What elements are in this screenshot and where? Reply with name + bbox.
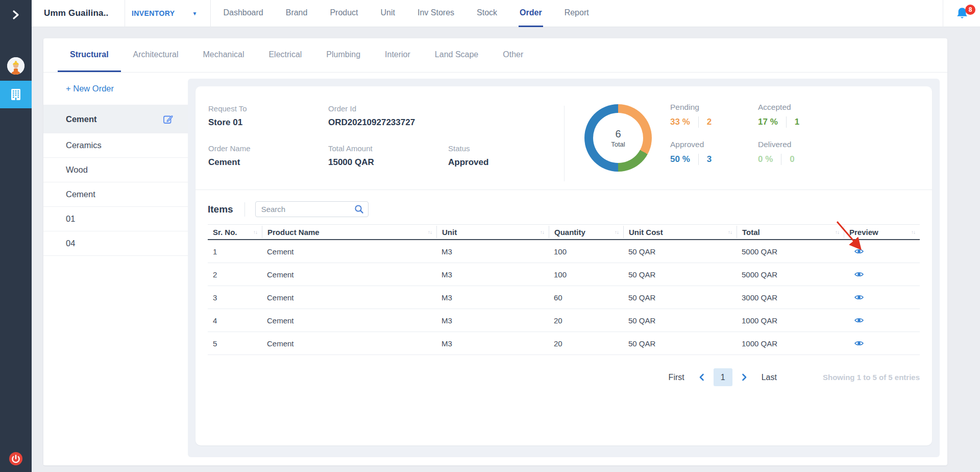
cell-quantity: 20 (549, 339, 623, 348)
stat-label: Delivered (758, 140, 846, 149)
preview-button[interactable] (854, 340, 864, 346)
nav-item-dashboard[interactable]: Dashboard (222, 0, 264, 27)
stat-count: 1 (795, 117, 799, 127)
cell-total: 5000 QAR (737, 270, 844, 279)
cell-preview (844, 247, 920, 256)
preview-button[interactable] (854, 248, 864, 254)
donut-total-label: Total (611, 140, 625, 148)
cell-unit_cost: 50 QAR (623, 270, 737, 279)
cell-quantity: 60 (549, 293, 623, 302)
column-header-preview[interactable]: Preview↑↓ (844, 226, 920, 238)
nav-item-stock[interactable]: Stock (476, 0, 498, 27)
sidebar-item-inventory[interactable] (0, 81, 32, 108)
nav-item-order[interactable]: Order (519, 0, 543, 27)
cell-total: 1000 QAR (737, 316, 844, 325)
nav-item-report[interactable]: Report (564, 0, 590, 27)
column-header-unit[interactable]: Unit↑↓ (436, 226, 549, 238)
field-label: Order Id (328, 104, 448, 113)
order-page-card: Structural Architectural Mechanical Elec… (43, 38, 947, 465)
new-order-button[interactable]: + New Order (43, 73, 188, 105)
tab-other[interactable]: Other (491, 38, 535, 72)
stat-divider (786, 116, 787, 128)
cell-sr: 2 (208, 270, 262, 279)
sort-icon[interactable]: ↑↓ (428, 229, 432, 235)
cell-unit: M3 (436, 247, 549, 256)
section-divider (564, 106, 565, 181)
cell-sr: 4 (208, 316, 262, 325)
search-input[interactable] (255, 201, 369, 217)
notifications-button[interactable]: 8 (955, 7, 969, 20)
order-list-item[interactable]: Wood (43, 158, 188, 182)
field-label: Total Amount (328, 144, 448, 153)
tab-architectural[interactable]: Architectural (121, 38, 191, 72)
sort-icon[interactable]: ↑↓ (728, 229, 732, 235)
items-header: Items (195, 190, 932, 217)
tab-plumbing[interactable]: Plumbing (314, 38, 373, 72)
sort-icon[interactable]: ↑↓ (911, 229, 915, 235)
order-detail-panel: Request To Store 01 Order Id ORD20210927… (188, 79, 940, 457)
tab-mechanical[interactable]: Mechanical (191, 38, 257, 72)
preview-button[interactable] (854, 317, 864, 323)
sort-icon[interactable]: ↑↓ (615, 229, 619, 235)
chevron-right-icon (742, 373, 747, 381)
order-list-item-label: Ceramics (66, 140, 102, 150)
sort-icon[interactable]: ↑↓ (540, 229, 544, 235)
table-row: 1CementM310050 QAR5000 QAR (208, 240, 920, 263)
field-request-to: Request To Store 01 (208, 104, 328, 128)
pagination-prev[interactable] (699, 373, 704, 381)
stat-accepted: Accepted 17 % 1 (758, 103, 846, 128)
column-header-quantity[interactable]: Quantity↑↓ (549, 226, 623, 238)
column-header-product-name[interactable]: Product Name↑↓ (262, 226, 436, 238)
stat-percent: 50 % (670, 154, 690, 164)
module-dropdown-label: INVENTORY (132, 9, 175, 17)
tab-land-scape[interactable]: Land Scape (423, 38, 491, 72)
order-list-item[interactable]: Cement (43, 182, 188, 207)
nav-item-unit[interactable]: Unit (380, 0, 396, 27)
edit-order-button[interactable] (163, 114, 174, 125)
tab-structural[interactable]: Structural (58, 38, 121, 72)
tab-electrical[interactable]: Electrical (256, 38, 314, 72)
sidebar (0, 0, 32, 472)
logout-button[interactable] (9, 452, 23, 466)
column-header-total[interactable]: Total↑↓ (737, 226, 844, 238)
order-list-item-label: 01 (66, 214, 75, 224)
preview-button[interactable] (854, 271, 864, 277)
topbar-divider (943, 0, 943, 27)
company-name: Umm Guailina.. (44, 8, 125, 18)
status-stats: Pending 33 % 2 Accepted 17 % (670, 103, 846, 165)
column-header-sr-no[interactable]: Sr. No.↑↓ (208, 226, 262, 238)
order-list-item-selected[interactable]: Cement (43, 105, 188, 133)
search-icon[interactable] (354, 204, 364, 216)
nav-item-inv-stores[interactable]: Inv Stores (416, 0, 455, 27)
cell-unit_cost: 50 QAR (623, 339, 737, 348)
user-avatar[interactable] (7, 57, 24, 75)
order-list-item[interactable]: 01 (43, 207, 188, 231)
nav-item-product[interactable]: Product (329, 0, 359, 27)
column-header-unit-cost[interactable]: Unit Cost↑↓ (623, 226, 737, 238)
pagination-next[interactable] (742, 373, 747, 381)
cell-total: 5000 QAR (737, 247, 844, 256)
stat-percent: 17 % (758, 117, 778, 127)
order-list-item[interactable]: 04 (43, 231, 188, 256)
power-icon (9, 452, 23, 466)
module-dropdown[interactable]: INVENTORY ▼ (125, 0, 210, 27)
field-label: Status (448, 144, 568, 153)
pagination-page-1[interactable]: 1 (714, 368, 732, 386)
sidebar-expand-button[interactable] (0, 7, 32, 22)
sort-icon[interactable]: ↑↓ (253, 229, 257, 235)
sort-icon[interactable]: ↑↓ (835, 229, 839, 235)
pagination-last[interactable]: Last (762, 373, 777, 382)
order-list-item[interactable]: Ceramics (43, 133, 188, 158)
tab-interior[interactable]: Interior (373, 38, 423, 72)
nav-item-brand[interactable]: Brand (285, 0, 309, 27)
stat-pending: Pending 33 % 2 (670, 103, 758, 128)
cell-preview (844, 316, 920, 325)
pagination: First 1 Last Showing 1 to 5 of 5 entries (208, 368, 920, 386)
content-row: + New Order Cement Ceramics Wood Cement … (43, 73, 947, 465)
pagination-first[interactable]: First (669, 373, 684, 382)
table-row: 3CementM36050 QAR3000 QAR (208, 286, 920, 309)
preview-button[interactable] (854, 294, 864, 300)
category-tabs: Structural Architectural Mechanical Elec… (43, 38, 947, 73)
table-row: 2CementM310050 QAR5000 QAR (208, 263, 920, 286)
stat-percent: 33 % (670, 117, 690, 127)
